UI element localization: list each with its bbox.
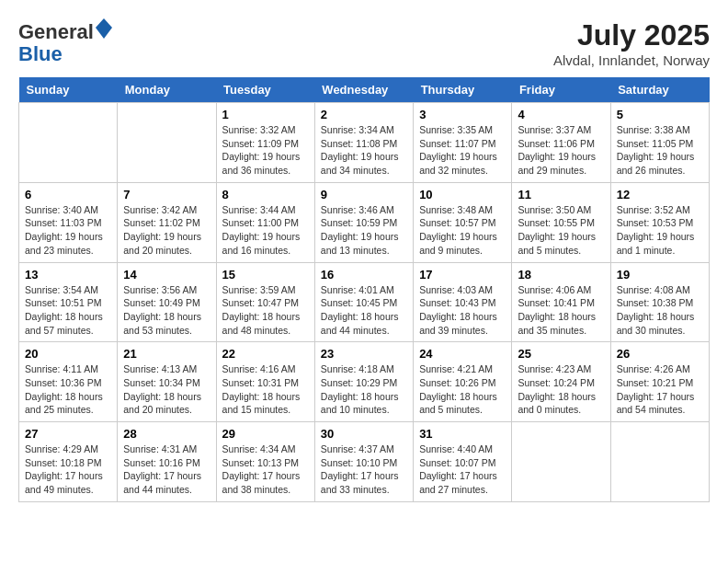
daylight-text: Daylight: 18 hours and 48 minutes. <box>222 311 301 336</box>
day-number: 11 <box>518 188 604 201</box>
sunrise-text: Sunrise: 3:54 AM <box>25 284 98 295</box>
day-info: Sunrise: 4:01 AM Sunset: 10:45 PM Daylig… <box>321 283 407 338</box>
calendar-cell: 25 Sunrise: 4:23 AM Sunset: 10:24 PM Day… <box>512 342 610 422</box>
calendar-cell <box>19 103 118 183</box>
calendar-cell: 10 Sunrise: 3:48 AM Sunset: 10:57 PM Day… <box>414 182 512 262</box>
day-info: Sunrise: 3:37 AM Sunset: 11:06 PM Daylig… <box>518 123 604 178</box>
daylight-text: Daylight: 19 hours and 5 minutes. <box>518 231 596 256</box>
day-of-week-header: Monday <box>118 77 216 103</box>
day-info: Sunrise: 4:13 AM Sunset: 10:34 PM Daylig… <box>123 362 210 417</box>
sunrise-text: Sunrise: 4:26 AM <box>617 363 690 374</box>
daylight-text: Daylight: 19 hours and 1 minute. <box>617 231 695 256</box>
day-info: Sunrise: 3:38 AM Sunset: 11:05 PM Daylig… <box>617 123 703 178</box>
day-number: 24 <box>419 347 506 361</box>
sunset-text: Sunset: 10:07 PM <box>419 457 495 468</box>
day-info: Sunrise: 4:31 AM Sunset: 10:16 PM Daylig… <box>123 442 210 497</box>
day-number: 16 <box>321 268 407 282</box>
calendar-cell <box>118 103 216 183</box>
day-number: 20 <box>25 347 111 361</box>
daylight-text: Daylight: 19 hours and 23 minutes. <box>25 231 103 256</box>
day-number: 13 <box>25 268 111 282</box>
calendar-week-row: 1 Sunrise: 3:32 AM Sunset: 11:09 PM Dayl… <box>19 103 710 183</box>
day-number: 18 <box>518 268 604 282</box>
daylight-text: Daylight: 19 hours and 32 minutes. <box>419 151 497 176</box>
calendar-cell: 9 Sunrise: 3:46 AM Sunset: 10:59 PM Dayl… <box>314 182 413 262</box>
calendar-cell: 23 Sunrise: 4:18 AM Sunset: 10:29 PM Day… <box>314 342 413 422</box>
calendar-cell: 24 Sunrise: 4:21 AM Sunset: 10:26 PM Day… <box>414 342 512 422</box>
sunrise-text: Sunrise: 4:08 AM <box>617 284 690 295</box>
calendar-cell: 21 Sunrise: 4:13 AM Sunset: 10:34 PM Day… <box>118 342 216 422</box>
sunset-text: Sunset: 10:18 PM <box>25 457 101 468</box>
sunrise-text: Sunrise: 3:50 AM <box>518 204 591 215</box>
sunset-text: Sunset: 10:31 PM <box>222 377 299 388</box>
sunset-text: Sunset: 11:05 PM <box>617 138 693 149</box>
calendar-cell: 1 Sunrise: 3:32 AM Sunset: 11:09 PM Dayl… <box>216 103 314 183</box>
page-header: General Blue July 2025 Alvdal, Innlandet… <box>18 18 710 68</box>
calendar-week-row: 13 Sunrise: 3:54 AM Sunset: 10:51 PM Day… <box>19 262 710 342</box>
calendar-week-row: 6 Sunrise: 3:40 AM Sunset: 11:03 PM Dayl… <box>19 182 710 262</box>
sunrise-text: Sunrise: 3:56 AM <box>123 284 197 295</box>
day-number: 8 <box>222 188 309 201</box>
day-info: Sunrise: 3:40 AM Sunset: 11:03 PM Daylig… <box>25 203 111 258</box>
logo-icon <box>96 18 112 39</box>
day-number: 29 <box>222 427 309 441</box>
logo-general: General <box>18 20 94 43</box>
day-number: 7 <box>123 188 210 201</box>
calendar-cell: 27 Sunrise: 4:29 AM Sunset: 10:18 PM Day… <box>19 422 118 502</box>
day-info: Sunrise: 4:16 AM Sunset: 10:31 PM Daylig… <box>222 362 309 417</box>
daylight-text: Daylight: 17 hours and 44 minutes. <box>123 470 201 495</box>
day-info: Sunrise: 3:32 AM Sunset: 11:09 PM Daylig… <box>222 123 309 178</box>
sunrise-text: Sunrise: 3:46 AM <box>321 204 394 215</box>
day-info: Sunrise: 4:26 AM Sunset: 10:21 PM Daylig… <box>617 362 703 417</box>
sunset-text: Sunset: 10:13 PM <box>222 457 299 468</box>
sunrise-text: Sunrise: 4:11 AM <box>25 363 98 374</box>
sunset-text: Sunset: 11:00 PM <box>222 217 299 228</box>
sunrise-text: Sunrise: 4:18 AM <box>321 363 394 374</box>
calendar-cell <box>512 422 610 502</box>
daylight-text: Daylight: 19 hours and 36 minutes. <box>222 151 301 176</box>
daylight-text: Daylight: 19 hours and 16 minutes. <box>222 231 301 256</box>
sunrise-text: Sunrise: 4:29 AM <box>25 443 98 454</box>
day-number: 26 <box>617 347 703 361</box>
day-number: 15 <box>222 268 309 282</box>
calendar-cell: 28 Sunrise: 4:31 AM Sunset: 10:16 PM Day… <box>118 422 216 502</box>
day-info: Sunrise: 3:44 AM Sunset: 11:00 PM Daylig… <box>222 203 309 258</box>
sunrise-text: Sunrise: 4:34 AM <box>222 443 296 454</box>
sunrise-text: Sunrise: 4:13 AM <box>123 363 197 374</box>
sunset-text: Sunset: 10:45 PM <box>321 297 397 308</box>
day-info: Sunrise: 4:18 AM Sunset: 10:29 PM Daylig… <box>321 362 407 417</box>
sunrise-text: Sunrise: 3:44 AM <box>222 204 296 215</box>
calendar-table: SundayMondayTuesdayWednesdayThursdayFrid… <box>18 77 710 502</box>
title-section: July 2025 Alvdal, Innlandet, Norway <box>553 18 710 68</box>
calendar-cell: 22 Sunrise: 4:16 AM Sunset: 10:31 PM Day… <box>216 342 314 422</box>
sunrise-text: Sunrise: 3:34 AM <box>321 124 394 135</box>
sunset-text: Sunset: 11:09 PM <box>222 138 299 149</box>
daylight-text: Daylight: 18 hours and 5 minutes. <box>419 391 497 416</box>
sunrise-text: Sunrise: 3:40 AM <box>25 204 98 215</box>
sunset-text: Sunset: 10:36 PM <box>25 377 101 388</box>
day-number: 17 <box>419 268 506 282</box>
day-number: 9 <box>321 188 407 201</box>
sunset-text: Sunset: 10:47 PM <box>222 297 299 308</box>
day-info: Sunrise: 4:03 AM Sunset: 10:43 PM Daylig… <box>419 283 506 338</box>
sunrise-text: Sunrise: 4:16 AM <box>222 363 296 374</box>
day-info: Sunrise: 3:50 AM Sunset: 10:55 PM Daylig… <box>518 203 604 258</box>
sunset-text: Sunset: 10:29 PM <box>321 377 397 388</box>
sunrise-text: Sunrise: 4:06 AM <box>518 284 591 295</box>
sunrise-text: Sunrise: 3:35 AM <box>419 124 493 135</box>
sunset-text: Sunset: 11:02 PM <box>123 217 199 228</box>
daylight-text: Daylight: 18 hours and 44 minutes. <box>321 311 399 336</box>
sunrise-text: Sunrise: 3:38 AM <box>617 124 690 135</box>
day-number: 27 <box>25 427 111 441</box>
day-info: Sunrise: 3:46 AM Sunset: 10:59 PM Daylig… <box>321 203 407 258</box>
daylight-text: Daylight: 19 hours and 13 minutes. <box>321 231 399 256</box>
sunset-text: Sunset: 10:38 PM <box>617 297 693 308</box>
day-info: Sunrise: 4:37 AM Sunset: 10:10 PM Daylig… <box>321 442 407 497</box>
sunrise-text: Sunrise: 3:42 AM <box>123 204 197 215</box>
daylight-text: Daylight: 17 hours and 33 minutes. <box>321 470 399 495</box>
calendar-cell: 16 Sunrise: 4:01 AM Sunset: 10:45 PM Day… <box>314 262 413 342</box>
daylight-text: Daylight: 18 hours and 39 minutes. <box>419 311 497 336</box>
sunrise-text: Sunrise: 3:32 AM <box>222 124 296 135</box>
calendar-cell: 20 Sunrise: 4:11 AM Sunset: 10:36 PM Day… <box>19 342 118 422</box>
day-number: 14 <box>123 268 210 282</box>
